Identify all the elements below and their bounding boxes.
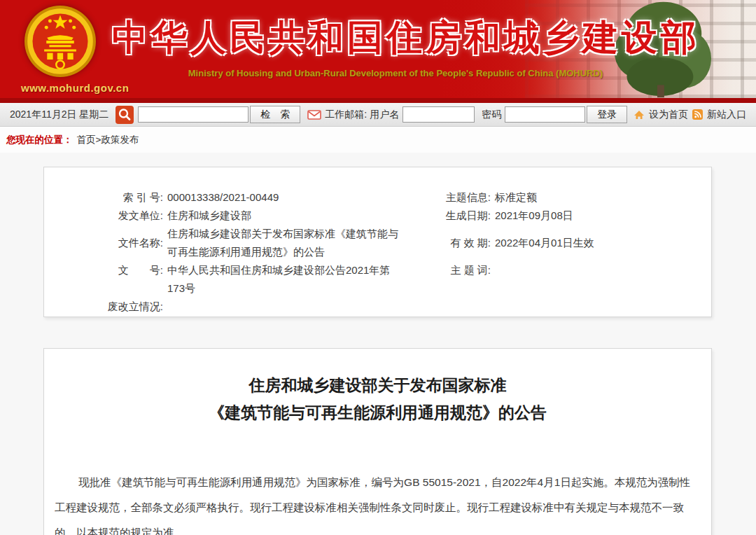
current-date: 2021年11月2日 星期二 (10, 109, 108, 121)
generate-date-label: 生成日期: (436, 207, 491, 225)
repeal-status-label: 废改立情况: (58, 298, 163, 316)
valid-period-label: 有 效 期: (436, 234, 491, 252)
generate-date-value: 2021年09月08日 (491, 207, 573, 225)
toolbar: 2021年11月2日 星期二 检 索 工作邮箱: 用户名 密码 登录 设为首页 (0, 103, 756, 127)
banner-bottom-strip (0, 98, 756, 103)
site-title: 中华人民共和国住房和城乡建设部 (112, 14, 679, 62)
search-input[interactable] (138, 106, 248, 123)
subject-info-value: 标准定额 (491, 188, 537, 207)
work-mail-username-label: 工作邮箱: 用户名 (325, 109, 399, 121)
breadcrumb: 您现在的位置： 首页>政策发布 (0, 127, 756, 153)
valid-period-value: 2022年04月01日生效 (491, 234, 594, 252)
document-number-label: 文 号: (58, 261, 163, 298)
content-area: 索 引 号: 000013338/2021-00449 主题信息: 标准定额 发… (0, 153, 756, 535)
keywords-label: 主 题 词: (436, 261, 491, 279)
username-input[interactable] (402, 106, 475, 123)
info-row-docnumber: 文 号: 中华人民共和国住房和城乡建设部公告2021年第173号 主 题 词: (58, 261, 711, 298)
announcement-panel: 住房和城乡建设部关于发布国家标准 《建筑节能与可再生能源利用通用规范》的公告 现… (43, 348, 712, 535)
announcement-title-line2: 《建筑节能与可再生能源利用通用规范》的公告 (44, 399, 711, 426)
search-icon[interactable] (115, 106, 134, 124)
info-row-repeal-status: 废改立情况: (58, 298, 711, 316)
info-row-index: 索 引 号: 000013338/2021-00449 主题信息: 标准定额 (58, 188, 711, 207)
set-homepage-link[interactable]: 设为首页 (649, 109, 688, 121)
toolbar-links: 设为首页 新站入口 (634, 109, 746, 121)
site-banner: www.mohurd.gov.cn 中华人民共和国住房和城乡建设部 Minist… (0, 0, 756, 103)
issuing-unit-label: 发文单位: (58, 207, 163, 225)
document-number-value: 中华人民共和国住房和城乡建设部公告2021年第173号 (163, 261, 405, 298)
keywords-value (491, 261, 495, 279)
document-info-panel: 索 引 号: 000013338/2021-00449 主题信息: 标准定额 发… (43, 167, 712, 317)
login-button[interactable]: 登录 (587, 106, 627, 123)
subject-info-label: 主题信息: (436, 188, 491, 207)
document-name-label: 文件名称: (58, 234, 163, 252)
announcement-title: 住房和城乡建设部关于发布国家标准 《建筑节能与可再生能源利用通用规范》的公告 (44, 372, 711, 426)
mail-icon (307, 109, 321, 120)
password-input[interactable] (505, 106, 585, 123)
breadcrumb-label: 您现在的位置： (6, 134, 73, 146)
new-site-entrance-link[interactable]: 新站入口 (707, 109, 746, 121)
home-icon (634, 110, 645, 120)
site-subtitle-english: Ministry of Housing and Urban-Rural Deve… (112, 68, 679, 78)
search-button[interactable]: 检 索 (250, 106, 300, 123)
password-label: 密码 (482, 109, 501, 121)
index-number-value: 000013338/2021-00449 (163, 188, 279, 207)
issuing-unit-value: 住房和城乡建设部 (163, 207, 251, 225)
page: www.mohurd.gov.cn 中华人民共和国住房和城乡建设部 Minist… (0, 0, 756, 535)
breadcrumb-path[interactable]: 首页>政策发布 (77, 134, 139, 146)
index-number-label: 索 引 号: (58, 188, 163, 207)
emblem-block: www.mohurd.gov.cn (21, 5, 99, 94)
national-emblem-icon (24, 5, 97, 78)
document-name-value: 住房和城乡建设部关于发布国家标准《建筑节能与可再生能源利用通用规范》的公告 (163, 225, 405, 261)
announcement-title-line1: 住房和城乡建设部关于发布国家标准 (44, 372, 711, 399)
info-row-docname: 文件名称: 住房和城乡建设部关于发布国家标准《建筑节能与可再生能源利用通用规范》… (58, 225, 711, 261)
info-row-issuer: 发文单位: 住房和城乡建设部 生成日期: 2021年09月08日 (58, 207, 711, 225)
rss-icon (692, 109, 703, 120)
announcement-paragraph: 现批准《建筑节能与可再生能源利用通用规范》为国家标准，编号为GB 55015-2… (44, 470, 711, 535)
site-url: www.mohurd.gov.cn (21, 82, 99, 94)
repeal-status-value (163, 298, 167, 316)
